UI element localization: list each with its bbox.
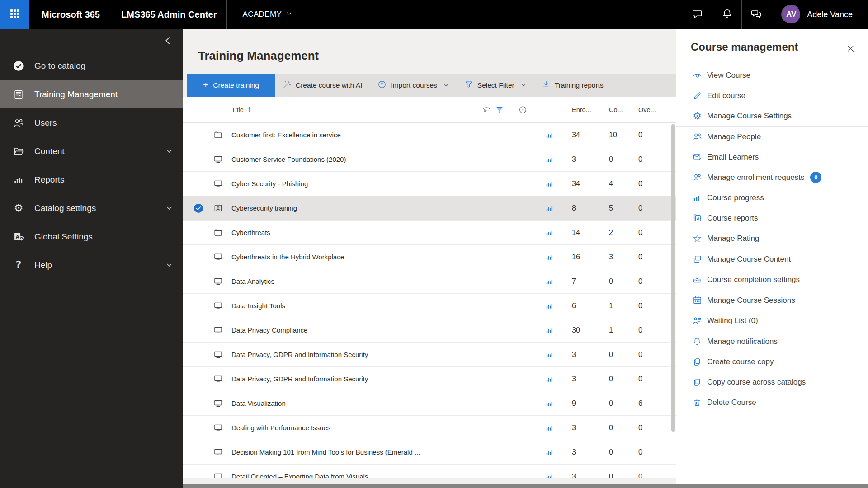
table-row-data-insight-tools[interactable]: Data Insight Tools 6 1 0 xyxy=(183,294,676,318)
table-row-data-privacy-compliance[interactable]: Data Privacy Compliance 30 1 0 xyxy=(183,318,676,343)
course-progress-chart-icon[interactable] xyxy=(538,326,560,334)
panel-item-manage-notifications[interactable]: Manage notifications xyxy=(676,331,868,352)
course-progress-chart-icon[interactable] xyxy=(538,423,560,432)
notifications-button[interactable] xyxy=(712,0,741,29)
table-row-customer-service-foundations-2020[interactable]: Customer Service Foundations (2020) 3 0 … xyxy=(183,147,676,172)
sidebar-item-help[interactable]: ? Help xyxy=(0,251,183,279)
table-row-cybersecurity-training[interactable]: Cybersecurity training 8 5 0 xyxy=(183,196,676,221)
app-launcher-button[interactable] xyxy=(0,0,29,29)
panel-item-waiting-list-0[interactable]: Waiting List (0) xyxy=(676,310,868,331)
panel-item-manage-course-sessions[interactable]: Manage Course Sessions xyxy=(676,290,868,310)
course-progress-chart-icon[interactable] xyxy=(538,301,560,310)
column-header-overdue[interactable]: Ove... xyxy=(635,106,676,113)
user-name[interactable]: Adele Vance xyxy=(807,10,853,19)
table-row-data-visualization[interactable]: Data Visualization 9 0 6 xyxy=(183,391,676,416)
brand-title[interactable]: Microsoft 365 xyxy=(42,9,100,20)
table-row-cyber-security-phishing[interactable]: Cyber Security - Phishing 34 4 0 xyxy=(183,172,676,196)
panel-item-create-course-copy[interactable]: Create course copy xyxy=(676,352,868,372)
table-row-cyberthreats-in-the-hybrid-workplace[interactable]: Cyberthreats in the Hybrid Workplace 16 … xyxy=(183,245,676,269)
course-progress-chart-icon[interactable] xyxy=(538,253,560,261)
column-header-completed[interactable]: Co... xyxy=(599,106,635,113)
folder-icon xyxy=(208,130,228,140)
chevron-left-icon xyxy=(163,36,172,47)
panel-item-manage-rating[interactable]: ☆ Manage Rating xyxy=(676,228,868,249)
select-filter-button[interactable]: Select Filter xyxy=(457,74,534,97)
column-header-title[interactable]: Title ↑ xyxy=(228,106,538,114)
course-progress-chart-icon[interactable] xyxy=(538,448,560,456)
catalog-selector[interactable]: ACADEMY xyxy=(242,10,292,19)
panel-item-course-completion-settings[interactable]: Course completion settings xyxy=(676,269,868,290)
panel-title: Course management xyxy=(691,41,798,53)
panel-item-course-reports[interactable]: Course reports xyxy=(676,208,868,228)
panel-item-manage-people[interactable]: Manage People xyxy=(676,127,868,147)
course-progress-chart-icon[interactable] xyxy=(538,277,560,286)
overdue-count: 0 xyxy=(635,155,676,164)
panel-item-email-learners[interactable]: Email Learners xyxy=(676,147,868,167)
overdue-count: 0 xyxy=(635,180,676,188)
table-row-customer-first-excellence-in-service[interactable]: Customer first: Excellence in service 34… xyxy=(183,123,676,147)
bell-icon xyxy=(722,8,733,21)
plus-icon: + xyxy=(203,80,208,90)
enrolled-count: 3 xyxy=(560,424,599,432)
course-title: Detail Oriented – Exporting Data from Vi… xyxy=(228,473,538,478)
course-progress-chart-icon[interactable] xyxy=(538,375,560,383)
sidebar-item-reports[interactable]: Reports xyxy=(0,165,183,194)
avatar[interactable]: AV xyxy=(781,5,801,24)
sidebar-item-content[interactable]: Content xyxy=(0,137,183,165)
panel-close-button[interactable] xyxy=(844,42,857,56)
chat-button[interactable] xyxy=(683,0,712,29)
info-icon[interactable] xyxy=(519,106,527,114)
column-filter-icon[interactable] xyxy=(495,106,504,114)
training-reports-button[interactable]: Training reports xyxy=(534,74,611,97)
course-progress-chart-icon[interactable] xyxy=(538,472,560,478)
course-progress-chart-icon[interactable] xyxy=(538,179,560,188)
create-training-button[interactable]: + Create training xyxy=(187,74,275,97)
calendar-icon xyxy=(692,296,703,305)
sidebar-item-go-to-catalog[interactable]: Go to catalog xyxy=(0,52,183,80)
panel-item-view-course[interactable]: View Course xyxy=(676,65,868,85)
sidebar-item-training-management[interactable]: Training Management xyxy=(0,80,183,108)
course-progress-chart-icon[interactable] xyxy=(538,350,560,359)
table-row-data-privacy-gdpr-and-information-securi[interactable]: Data Privacy, GDPR and Information Secur… xyxy=(183,367,676,391)
create-course-with-ai-button[interactable]: Create course with AI xyxy=(275,74,370,97)
overdue-count: 0 xyxy=(635,326,676,334)
chevron-down-icon xyxy=(521,83,526,88)
horizontal-scrollbar-thumb[interactable] xyxy=(183,484,868,488)
course-progress-chart-icon[interactable] xyxy=(538,399,560,408)
product-title[interactable]: LMS365 Admin Center xyxy=(121,9,217,20)
enrolled-count: 34 xyxy=(560,131,599,139)
panel-item-course-progress[interactable]: Course progress xyxy=(676,188,868,208)
panel-item-manage-course-settings[interactable]: ⚙ Manage Course Settings xyxy=(676,106,868,126)
completed-count: 4 xyxy=(599,180,635,188)
hide-column-icon[interactable] xyxy=(482,105,491,114)
table-row-decision-making-101-from-mind-tools-for-[interactable]: Decision Making 101 from Mind Tools for … xyxy=(183,440,676,465)
table-row-cyberthreats[interactable]: Cyberthreats 14 2 0 xyxy=(183,221,676,245)
sidebar-collapse-button[interactable] xyxy=(160,33,175,49)
sidebar-item-catalog-settings[interactable]: ⚙ Catalog settings xyxy=(0,194,183,222)
table-rows: Customer first: Excellence in service 34… xyxy=(183,123,676,478)
column-header-enrolled[interactable]: Enro... xyxy=(560,106,599,113)
table-row-data-privacy-gdpr-and-information-securi[interactable]: Data Privacy, GDPR and Information Secur… xyxy=(183,343,676,367)
table-row-data-analytics[interactable]: Data Analytics 7 0 0 xyxy=(183,269,676,294)
vertical-scrollbar[interactable] xyxy=(671,124,675,432)
course-progress-chart-icon[interactable] xyxy=(538,228,560,237)
feedback-button[interactable] xyxy=(742,0,771,29)
course-progress-chart-icon[interactable] xyxy=(538,155,560,164)
course-progress-chart-icon[interactable] xyxy=(538,131,560,139)
person-list-icon xyxy=(692,316,703,325)
import-courses-button[interactable]: Import courses xyxy=(370,74,457,97)
table-header: Title ↑ Enro... Co... Ove... xyxy=(183,97,676,123)
sidebar-item-global-settings[interactable]: A⚙ Global Settings xyxy=(0,222,183,251)
completed-count: 10 xyxy=(599,131,635,139)
course-progress-chart-icon[interactable] xyxy=(538,204,560,212)
folder-icon xyxy=(208,228,228,237)
panel-item-manage-course-content[interactable]: Manage Course Content xyxy=(676,249,868,269)
table-row-detail-oriented-exporting-data-from-visu[interactable]: Detail Oriented – Exporting Data from Vi… xyxy=(183,465,676,478)
panel-item-delete-course[interactable]: Delete Course xyxy=(676,392,868,413)
panel-item-copy-course-across-catalogs[interactable]: Copy course across catalogs xyxy=(676,372,868,392)
panel-item-manage-enrollment-requests[interactable]: Manage enrollment requests 0 xyxy=(676,167,868,188)
bar-chart-blue-icon xyxy=(692,193,703,202)
sidebar-item-users[interactable]: Users xyxy=(0,108,183,137)
table-row-dealing-with-performance-issues[interactable]: Dealing with Performance Issues 3 0 0 xyxy=(183,416,676,440)
panel-item-edit-course[interactable]: Edit course xyxy=(676,85,868,106)
